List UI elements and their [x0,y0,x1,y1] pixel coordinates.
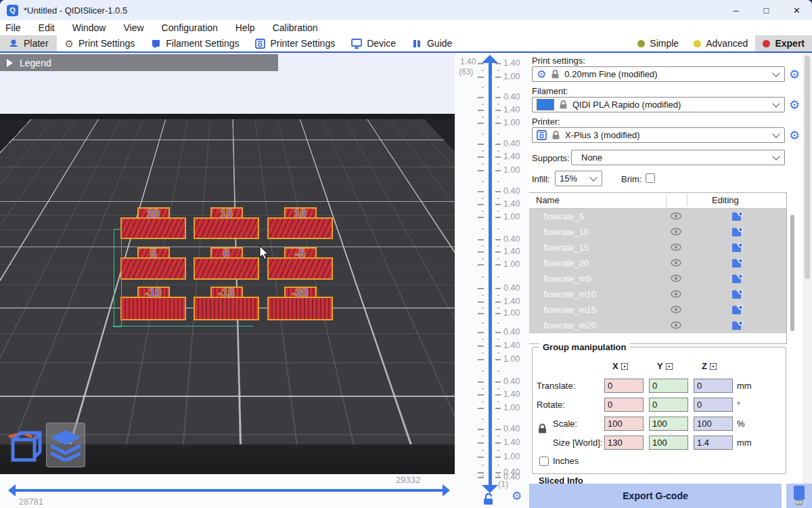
visibility-toggle[interactable] [671,289,681,301]
maximize-button[interactable]: □ [751,0,782,20]
gm-input-z[interactable] [694,379,733,393]
editing-button[interactable] [731,227,743,240]
eye-icon[interactable] [671,320,681,330]
layer-slider-top-handle[interactable] [482,55,498,63]
gm-input-y[interactable] [649,379,688,393]
menu-calibration[interactable]: Calibration [273,22,318,33]
object-list-row[interactable]: flowrate_m5 [529,271,786,287]
flowrate-patch[interactable] [120,217,186,239]
viewport-3d[interactable]: 20151050-5-10-15-20 [0,53,529,508]
eye-icon[interactable] [671,258,681,268]
gm-input-y[interactable] [649,417,688,431]
object-list-row[interactable]: flowrate_20 [529,255,786,271]
eye-icon[interactable] [671,211,681,221]
editing-button[interactable] [731,305,743,318]
eye-icon[interactable] [671,242,681,252]
uniform-scale-lock-icon[interactable] [538,423,547,436]
visibility-toggle[interactable] [671,274,681,286]
gm-input-z[interactable] [694,398,733,412]
flowrate-patch[interactable] [194,297,259,320]
eye-icon[interactable] [671,305,681,314]
editing-button[interactable] [731,211,743,224]
object-list-row[interactable]: flowrate_10 [529,224,786,240]
layer-editing-icon[interactable] [731,305,743,315]
menu-help[interactable]: Help [235,22,255,33]
menu-view[interactable]: View [123,22,143,33]
visibility-toggle[interactable] [671,227,681,239]
editing-button[interactable] [731,320,743,333]
menu-configuration[interactable]: Configuration [162,22,218,33]
panel-scrollbar-thumb[interactable] [805,56,810,279]
minimize-button[interactable]: – [721,0,751,20]
editor-view-button[interactable] [4,423,43,467]
layer-editing-icon[interactable] [731,320,743,331]
flowrate-patch[interactable] [120,297,186,320]
eye-icon[interactable] [671,227,681,236]
moves-slider-right-handle[interactable] [443,484,450,496]
mode-advanced[interactable]: Advanced [686,35,755,51]
gm-input-y[interactable] [649,436,688,450]
object-list-row[interactable]: flowrate_m10 [529,287,786,302]
layer-editing-icon[interactable] [731,289,743,299]
layer-slider-bottom-handle[interactable] [482,485,498,493]
visibility-toggle[interactable] [671,258,681,270]
inches-checkbox[interactable] [539,457,549,466]
layer-slider-unlock-icon[interactable] [483,493,493,507]
tab-printer-settings[interactable]: Printer Settings [247,35,343,51]
preview-view-button[interactable] [46,423,85,467]
export-to-usb-button[interactable] [786,484,812,508]
menu-window[interactable]: Window [72,22,106,33]
visibility-toggle[interactable] [671,320,681,333]
object-list-scrollbar[interactable] [790,215,794,331]
visibility-toggle[interactable] [671,305,681,317]
infill-combo[interactable]: 15% [555,171,602,186]
flowrate-patch[interactable] [194,257,259,280]
layer-editing-icon[interactable] [731,211,743,221]
layer-editing-icon[interactable] [731,242,743,253]
object-list-row[interactable]: flowrate_5 [529,209,786,224]
layer-slider-gear-icon[interactable]: ⚙ [512,490,522,502]
tab-print-settings[interactable]: ⚙Print Settings [57,35,143,51]
printer-gear-button[interactable]: ⚙ [789,129,800,142]
tab-device[interactable]: Device [343,35,404,51]
gm-input-x[interactable] [604,379,644,393]
moves-slider-left-handle[interactable] [8,484,16,496]
eye-icon[interactable] [671,274,681,283]
layer-slider-track[interactable] [489,62,492,486]
gm-input-z[interactable] [694,417,733,431]
layer-editing-icon[interactable] [731,227,743,237]
gm-input-z[interactable] [694,436,733,450]
print-settings-gear-button[interactable]: ⚙ [789,68,800,81]
flowrate-patch[interactable] [194,217,259,239]
editing-button[interactable] [731,258,743,271]
gm-input-y[interactable] [649,398,688,412]
flowrate-patch[interactable] [267,217,333,239]
mode-expert[interactable]: Expert [755,35,812,51]
layer-editing-icon[interactable] [731,274,743,284]
menu-file[interactable]: File [5,22,21,33]
legend-collapsible-bar[interactable]: Legend [0,54,278,71]
filament-combo[interactable]: QIDI PLA Rapido (modified) [532,97,785,112]
moves-slider-track[interactable] [12,489,449,492]
gm-input-x[interactable] [604,417,644,431]
tab-plater[interactable]: Plater [0,35,57,51]
gm-input-x[interactable] [604,436,644,450]
tab-guide[interactable]: Guide [404,35,460,51]
object-list-row[interactable]: flowrate_m20 [529,318,786,333]
eye-icon[interactable] [671,289,681,299]
tab-filament-settings[interactable]: Filament Settings [143,35,247,51]
visibility-toggle[interactable] [671,211,681,224]
flowrate-patch[interactable] [267,297,333,320]
menu-edit[interactable]: Edit [39,22,55,33]
filament-gear-button[interactable]: ⚙ [789,99,800,111]
print-settings-combo[interactable]: ⚙ 0.20mm Fine (modified) [532,66,785,82]
scene-3d[interactable]: 20151050-5-10-15-20 [0,114,455,474]
visibility-toggle[interactable] [671,242,681,255]
supports-combo[interactable]: None [571,150,785,165]
layer-editing-icon[interactable] [731,258,743,268]
editing-button[interactable] [731,289,743,302]
brim-checkbox[interactable] [646,173,655,183]
object-list-row[interactable]: flowrate_m15 [529,302,786,318]
flowrate-patch[interactable] [267,257,333,280]
object-list-row[interactable]: flowrate_15 [529,240,786,255]
